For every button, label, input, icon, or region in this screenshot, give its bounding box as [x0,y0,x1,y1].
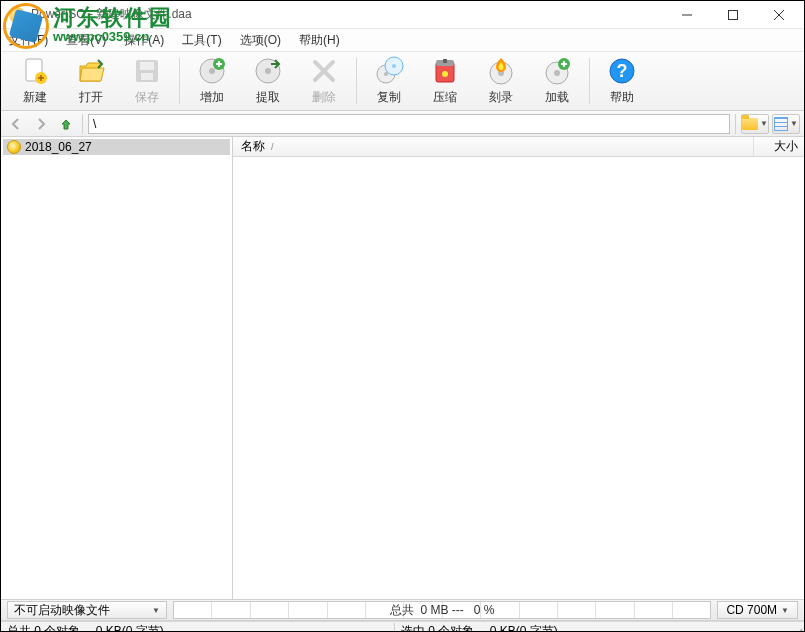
svg-rect-20 [443,59,447,63]
toolbar-separator [589,58,590,104]
save-icon [132,56,162,86]
svg-text:?: ? [617,61,628,81]
menu-view[interactable]: 查看(V) [62,30,110,51]
compress-icon [430,56,460,86]
svg-point-21 [442,71,448,77]
mount-button[interactable]: 加载 [529,53,585,109]
menu-options[interactable]: 选项(O) [236,30,285,51]
chevron-down-icon: ▼ [781,606,789,615]
add-button[interactable]: 增加 [184,53,240,109]
delete-button[interactable]: 删除 [296,53,352,109]
boot-type-dropdown[interactable]: 不可启动映像文件 ▼ [7,601,167,619]
view-icon [774,117,788,131]
compress-button[interactable]: 压缩 [417,53,473,109]
window-title: PowerISO - 新建映像文件.daa [31,6,664,23]
add-icon [197,56,227,86]
svg-point-25 [554,70,560,76]
capacity-bar: 总共 0 MB --- 0 % [173,601,711,619]
minimize-button[interactable] [664,1,710,29]
svg-rect-1 [729,10,738,19]
app-icon [9,7,25,23]
view-mode-button[interactable]: ▼ [772,114,800,134]
path-input[interactable] [88,114,730,134]
folder-nav-button[interactable]: ▼ [741,114,769,134]
capacity-dropdown[interactable]: CD 700M ▼ [717,601,798,619]
toolbar-separator [179,58,180,104]
chevron-down-icon: ▼ [152,606,160,615]
chevron-down-icon: ▼ [790,119,798,128]
progress-row: 不可启动映像文件 ▼ 总共 0 MB --- 0 % CD 700M ▼ [1,599,804,621]
resize-grip[interactable]: ◢ [788,625,804,633]
chevron-down-icon: ▼ [760,119,768,128]
list-panel: 名称 / 大小 [233,137,804,599]
column-size[interactable]: 大小 [754,138,804,155]
extract-icon [253,56,283,86]
open-button[interactable]: 打开 [63,53,119,109]
toolbar-separator [356,58,357,104]
toolbar: 新建 打开 保存 增加 提取 删除 复制 [1,51,804,111]
nav-forward-button[interactable] [30,114,52,134]
burn-button[interactable]: 刻录 [473,53,529,109]
help-icon: ? [607,56,637,86]
status-selected: 选中 0 个对象， 0 KB(0 字节) [394,623,788,632]
svg-point-13 [265,68,271,74]
navbar: ▼ ▼ [1,111,804,137]
copy-button[interactable]: 复制 [361,53,417,109]
save-button[interactable]: 保存 [119,53,175,109]
svg-rect-8 [141,73,153,80]
svg-point-10 [209,68,215,74]
mount-icon [542,56,572,86]
main-area: 2018_06_27 名称 / 大小 [1,137,804,599]
menubar: 文件(F) 查看(V) 操作(A) 工具(T) 选项(O) 帮助(H) [1,29,804,51]
open-icon [76,56,106,86]
column-name[interactable]: 名称 / [233,137,754,156]
statusbar: 总共 0 个对象， 0 KB(0 字节) 选中 0 个对象， 0 KB(0 字节… [1,621,804,632]
folder-icon [742,118,758,130]
menu-tools[interactable]: 工具(T) [178,30,225,51]
menu-file[interactable]: 文件(F) [5,30,52,51]
svg-rect-7 [140,62,154,70]
menu-help[interactable]: 帮助(H) [295,30,344,51]
tree-panel[interactable]: 2018_06_27 [1,137,233,599]
capacity-text: 总共 0 MB --- 0 % [390,602,495,619]
nav-up-button[interactable] [55,114,77,134]
tree-item-label: 2018_06_27 [25,140,92,154]
new-button[interactable]: 新建 [7,53,63,109]
tree-item[interactable]: 2018_06_27 [3,139,230,155]
list-body[interactable] [233,157,804,599]
titlebar: PowerISO - 新建映像文件.daa [1,1,804,29]
menu-action[interactable]: 操作(A) [120,30,168,51]
list-header[interactable]: 名称 / 大小 [233,137,804,157]
close-button[interactable] [756,1,802,29]
svg-point-17 [392,64,396,68]
maximize-button[interactable] [710,1,756,29]
disc-icon [7,140,21,154]
burn-icon [486,56,516,86]
copy-icon [374,56,404,86]
extract-button[interactable]: 提取 [240,53,296,109]
new-icon [20,56,50,86]
sort-indicator: / [271,142,274,152]
delete-icon [309,56,339,86]
nav-back-button[interactable] [5,114,27,134]
status-total: 总共 0 个对象， 0 KB(0 字节) [1,623,394,632]
help-button[interactable]: ? 帮助 [594,53,650,109]
